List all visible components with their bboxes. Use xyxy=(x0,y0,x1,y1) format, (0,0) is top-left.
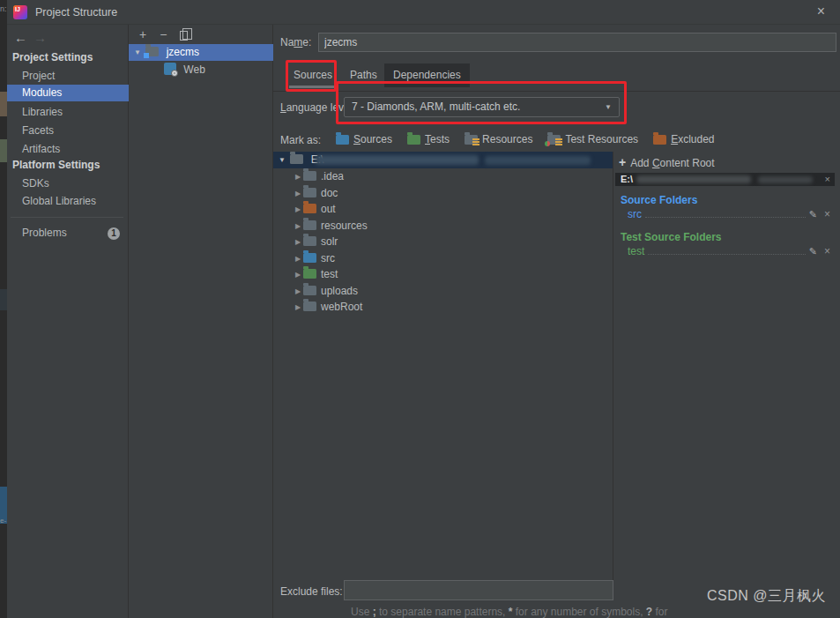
remove-content-root-icon[interactable]: × xyxy=(825,173,830,186)
test-resources-folder-icon xyxy=(547,135,561,145)
module-tree-item-web-facet[interactable]: Web xyxy=(129,62,273,78)
tab-sources[interactable]: Sources xyxy=(285,63,341,87)
content-root-header-path: E:\ xyxy=(621,174,633,184)
module-icon xyxy=(145,47,159,56)
remove-icon[interactable]: × xyxy=(824,208,830,220)
excluded-folder-icon xyxy=(303,204,316,213)
dotted-leader xyxy=(648,254,805,255)
mark-as-label: Mark as: xyxy=(280,134,321,146)
background-text-fragment: n: xyxy=(0,4,7,13)
problems-count-badge: 1 xyxy=(108,227,120,240)
forward-icon[interactable]: → xyxy=(33,30,47,45)
exclude-files-input[interactable] xyxy=(344,580,613,600)
test-source-folders-header: Test Source Folders xyxy=(621,231,721,243)
content-root-header[interactable]: E:\ × xyxy=(615,173,835,186)
sources-folder-icon xyxy=(336,135,349,145)
tree-item-resources[interactable]: ▶resources xyxy=(273,218,613,235)
sidebar-item-project[interactable]: Project xyxy=(7,68,129,85)
add-content-root-button[interactable]: +Add Content Root xyxy=(619,155,715,169)
mark-as-options: Sources Tests Resources Test Resources E… xyxy=(336,130,715,148)
source-folder-row[interactable]: src ✎ × xyxy=(628,208,830,220)
remove-module-icon[interactable]: − xyxy=(154,27,172,41)
module-tree-item-jzecms[interactable]: ▼ jzecms xyxy=(129,44,273,61)
edit-icon[interactable]: ✎ xyxy=(809,246,817,257)
platform-settings-header: Platform Settings xyxy=(12,159,100,171)
test-source-folder-name: test xyxy=(628,245,644,257)
sidebar-item-sdks[interactable]: SDKs xyxy=(7,175,129,192)
sidebar-item-problems[interactable]: Problems 1 xyxy=(7,225,129,242)
module-name-input[interactable] xyxy=(318,33,836,52)
tab-paths[interactable]: Paths xyxy=(341,63,386,87)
tree-root-content-root[interactable]: ▼ E:\ xyxy=(273,152,613,168)
expand-arrow-icon[interactable]: ▶ xyxy=(293,251,303,268)
tree-item-out[interactable]: ▶out xyxy=(273,201,613,218)
folder-icon xyxy=(303,236,316,246)
collapse-arrow-icon[interactable]: ▼ xyxy=(132,44,143,61)
sidebar-item-global-libraries[interactable]: Global Libraries xyxy=(7,193,129,210)
source-folder-icon xyxy=(303,253,316,263)
tree-item-test[interactable]: ▶test xyxy=(273,266,613,283)
project-settings-header: Project Settings xyxy=(12,51,93,63)
test-source-folder-row[interactable]: test ✎ × xyxy=(628,245,830,257)
expand-arrow-icon[interactable]: ▶ xyxy=(293,169,303,186)
sidebar-item-libraries[interactable]: Libraries xyxy=(7,104,129,121)
watermark: CSDN @三月枫火 xyxy=(707,587,826,606)
tab-dependencies[interactable]: Dependencies xyxy=(384,63,470,87)
tree-item-doc[interactable]: ▶doc xyxy=(273,185,613,202)
chevron-down-icon: ▼ xyxy=(605,98,612,116)
folder-icon xyxy=(303,302,316,311)
settings-sidebar: ← → Project Settings Project Modules Lib… xyxy=(7,25,129,618)
expand-arrow-icon[interactable]: ▶ xyxy=(293,219,303,235)
mark-as-test-resources[interactable]: Test Resources xyxy=(547,133,638,145)
sidebar-item-facets[interactable]: Facets xyxy=(7,123,129,139)
redacted-path-smudge xyxy=(316,155,479,165)
copy-glyph xyxy=(180,31,188,41)
copy-module-icon[interactable] xyxy=(175,27,193,41)
language-level-value: 7 - Diamonds, ARM, multi-catch etc. xyxy=(352,101,520,113)
expand-arrow-icon[interactable]: ▶ xyxy=(293,267,303,284)
expand-arrow-icon[interactable]: ▶ xyxy=(293,300,303,316)
folder-icon xyxy=(303,171,316,181)
expand-arrow-icon[interactable]: ▶ xyxy=(293,235,303,251)
sidebar-divider xyxy=(11,217,123,218)
name-label: Name: xyxy=(280,36,311,48)
problems-label: Problems xyxy=(22,227,67,239)
screen: n: e- IJ Project Structure × ← → Project… xyxy=(0,0,840,618)
mark-as-tests[interactable]: Tests xyxy=(407,133,450,145)
edit-icon[interactable]: ✎ xyxy=(809,209,817,220)
dialog-titlebar: IJ Project Structure × xyxy=(7,0,840,25)
language-level-select[interactable]: 7 - Diamonds, ARM, multi-catch etc. ▼ xyxy=(344,97,620,117)
close-icon[interactable]: × xyxy=(817,4,825,19)
tree-item-src[interactable]: ▶src xyxy=(273,250,613,267)
globe-icon xyxy=(171,70,178,77)
expand-arrow-icon[interactable]: ▶ xyxy=(293,202,303,219)
tests-folder-icon xyxy=(407,135,420,145)
folder-icon xyxy=(290,154,303,164)
source-folders-header: Source Folders xyxy=(621,194,697,206)
mark-as-sources[interactable]: Sources xyxy=(336,133,392,145)
sidebar-item-modules[interactable]: Modules xyxy=(7,85,129,101)
dotted-leader xyxy=(645,217,806,218)
sidebar-item-artifacts[interactable]: Artifacts xyxy=(7,141,129,158)
back-icon[interactable]: ← xyxy=(14,30,27,45)
test-folder-icon xyxy=(303,269,316,279)
collapse-arrow-icon[interactable]: ▼ xyxy=(277,152,287,168)
add-module-icon[interactable]: + xyxy=(134,27,152,41)
tree-item-uploads[interactable]: ▶uploads xyxy=(273,283,613,300)
content-root-tree: ▼ E:\ ▶.idea ▶doc ▶out ▶resources ▶solr … xyxy=(273,152,613,581)
source-folder-name: src xyxy=(628,208,642,220)
background-fragment xyxy=(0,139,7,162)
expand-arrow-icon[interactable]: ▶ xyxy=(293,186,303,203)
mark-as-excluded[interactable]: Excluded xyxy=(653,133,714,145)
tree-item-webroot[interactable]: ▶webRoot xyxy=(273,299,613,316)
project-structure-dialog: IJ Project Structure × ← → Project Setti… xyxy=(7,0,840,618)
expand-arrow-icon[interactable]: ▶ xyxy=(293,284,303,301)
folder-icon xyxy=(303,286,316,295)
background-fragment xyxy=(0,92,7,116)
tree-item-idea[interactable]: ▶.idea xyxy=(273,168,613,185)
redacted-path-smudge xyxy=(758,176,813,183)
module-editor: Name: Sources Paths Dependencies Languag… xyxy=(273,25,840,618)
tree-item-solr[interactable]: ▶solr xyxy=(273,234,613,250)
mark-as-resources[interactable]: Resources xyxy=(465,133,532,145)
remove-icon[interactable]: × xyxy=(824,245,830,257)
